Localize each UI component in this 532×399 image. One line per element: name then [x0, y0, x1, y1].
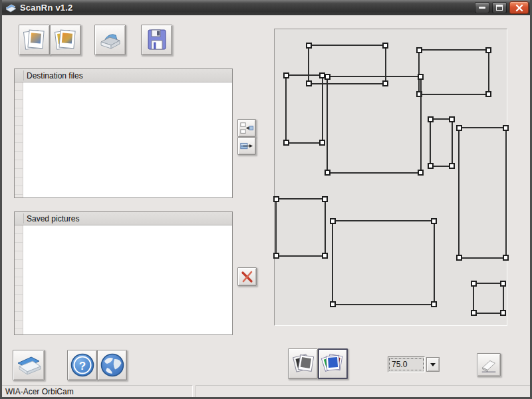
preview-panel[interactable]	[274, 29, 507, 326]
destination-files-body[interactable]	[15, 82, 232, 198]
close-icon	[515, 4, 523, 12]
resize-handle[interactable]	[418, 74, 424, 80]
photo-stack-bw-icon	[290, 350, 317, 377]
row-gutter	[15, 82, 23, 198]
resize-handle[interactable]	[330, 301, 336, 307]
resize-handle[interactable]	[503, 125, 509, 131]
resize-handle[interactable]	[416, 47, 422, 53]
photo-stack-color-icon	[53, 27, 79, 53]
resize-handle[interactable]	[325, 170, 331, 176]
acquire-photos-button[interactable]	[19, 25, 50, 55]
resize-handle[interactable]	[471, 310, 477, 316]
web-button[interactable]	[97, 350, 127, 380]
minimize-button[interactable]	[475, 2, 489, 13]
resize-handle[interactable]	[485, 91, 491, 97]
resize-handle[interactable]	[273, 253, 279, 259]
saved-pictures-label: Saved pictures	[27, 214, 79, 223]
resize-handle[interactable]	[456, 125, 462, 131]
status-device: WIA-Acer OrbiCam	[1, 385, 193, 398]
maximize-icon	[496, 5, 503, 11]
red-x-icon	[239, 269, 255, 285]
maximize-button[interactable]	[492, 2, 507, 13]
move-out-of-list-button[interactable]	[237, 137, 256, 155]
status-message	[196, 385, 531, 398]
resize-handle[interactable]	[283, 140, 289, 146]
globe-icon	[99, 352, 126, 378]
resize-handle[interactable]	[428, 116, 434, 122]
help-icon: ?	[69, 352, 96, 378]
resize-handle[interactable]	[418, 170, 424, 176]
save-button[interactable]	[141, 25, 172, 55]
resize-handle[interactable]	[456, 255, 462, 261]
resize-handle[interactable]	[500, 281, 506, 287]
row-gutter	[15, 225, 23, 334]
saved-pictures-header: Saved pictures	[15, 212, 232, 225]
move-right-icon	[239, 139, 254, 154]
app-scanner-icon	[5, 3, 17, 16]
scan-button[interactable]	[13, 350, 45, 380]
printer-icon	[97, 27, 124, 53]
resize-handle[interactable]	[431, 218, 437, 224]
resize-handle[interactable]	[428, 163, 434, 169]
photo-stack-icon	[21, 27, 48, 53]
resize-handle[interactable]	[382, 43, 388, 49]
help-button[interactable]: ?	[67, 350, 97, 380]
resize-handle[interactable]	[449, 116, 455, 122]
scan-region[interactable]	[285, 74, 323, 144]
resize-handle[interactable]	[500, 310, 506, 316]
saved-pictures-list[interactable]: Saved pictures	[14, 211, 233, 335]
resize-handle[interactable]	[306, 43, 312, 49]
resize-handle[interactable]	[322, 253, 328, 259]
resize-handle[interactable]	[319, 140, 325, 146]
scanner-icon	[15, 352, 43, 378]
resize-handle[interactable]	[325, 74, 331, 80]
destination-files-list[interactable]: Destination files	[14, 68, 233, 198]
resize-handle[interactable]	[322, 196, 328, 202]
destination-files-header: Destination files	[15, 69, 232, 82]
minimize-icon	[479, 7, 485, 9]
eraser-icon	[479, 356, 498, 374]
saved-pictures-body[interactable]	[15, 225, 232, 334]
svg-text:?: ?	[78, 360, 85, 372]
resolution-dropdown-button[interactable]	[426, 357, 440, 372]
resize-handle[interactable]	[503, 255, 509, 261]
resolution-field[interactable]: 75.0	[388, 356, 425, 372]
acquire-photos-color-button[interactable]	[50, 25, 81, 55]
resize-handle[interactable]	[485, 47, 491, 53]
scan-region[interactable]	[418, 49, 489, 95]
titlebar[interactable]: ScanRn v1.2	[0, 0, 532, 16]
resolution-value: 75.0	[390, 359, 423, 370]
grayscale-mode-button[interactable]	[288, 348, 318, 379]
app-window: ScanRn v1.2	[0, 0, 532, 399]
photo-stack-rgb-icon	[320, 350, 346, 377]
scan-region[interactable]	[430, 118, 453, 167]
resize-handle[interactable]	[283, 72, 289, 78]
chevron-down-icon	[430, 363, 436, 366]
erase-regions-button[interactable]	[477, 353, 501, 376]
resize-handle[interactable]	[273, 196, 279, 202]
resize-handle[interactable]	[431, 301, 437, 307]
resize-handle[interactable]	[449, 163, 455, 169]
resolution-combo[interactable]: 75.0	[388, 356, 440, 372]
resize-handle[interactable]	[330, 218, 336, 224]
floppy-disk-icon	[144, 27, 170, 53]
move-left-icon	[239, 121, 254, 136]
status-device-text: WIA-Acer OrbiCam	[5, 387, 74, 396]
scan-region[interactable]	[275, 198, 326, 257]
resize-handle[interactable]	[471, 281, 477, 287]
destination-files-label: Destination files	[27, 71, 83, 80]
status-bar: WIA-Acer OrbiCam	[0, 384, 532, 399]
scan-region[interactable]	[473, 283, 504, 314]
close-button[interactable]	[509, 1, 529, 14]
color-mode-button[interactable]	[318, 348, 348, 379]
move-into-list-button[interactable]	[237, 119, 256, 137]
window-title: ScanRn v1.2	[20, 3, 73, 13]
scan-region[interactable]	[458, 127, 507, 259]
print-button[interactable]	[94, 25, 126, 55]
scan-region[interactable]	[332, 220, 435, 305]
scan-region[interactable]	[327, 76, 422, 174]
delete-saved-picture-button[interactable]	[237, 267, 257, 286]
